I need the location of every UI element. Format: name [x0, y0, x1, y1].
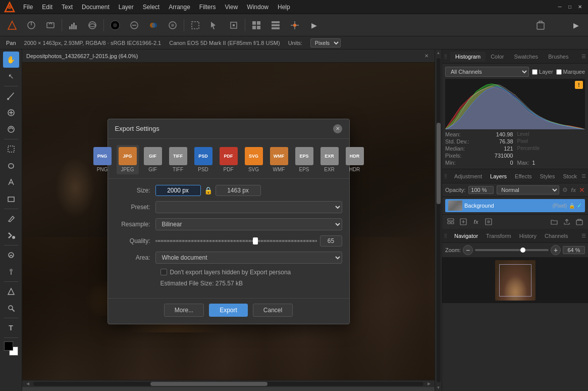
selection-button[interactable]	[186, 17, 204, 33]
layer-background[interactable]: Background (Pixel) 🔒 ✓	[445, 199, 585, 212]
layer-group-button[interactable]	[445, 216, 456, 227]
layer-settings-icon[interactable]: ⚙	[562, 186, 568, 193]
text-tool[interactable]: T	[3, 320, 19, 336]
top-panel-more[interactable]: ☰	[581, 54, 586, 59]
snapping-button[interactable]	[286, 17, 304, 33]
lock-icon[interactable]: 🔒	[204, 186, 212, 194]
close-button[interactable]: ✕	[576, 3, 584, 11]
tab-styles[interactable]: Styles	[536, 171, 559, 181]
format-wmf[interactable]: WMF WMF	[268, 145, 290, 174]
scroll-down-button[interactable]: ▼	[435, 384, 442, 391]
layout-button[interactable]	[266, 17, 285, 33]
minimize-button[interactable]: ─	[556, 3, 564, 11]
clone-tool[interactable]	[3, 121, 19, 137]
tab-stock[interactable]: Stock	[559, 171, 581, 181]
tab-transform[interactable]: Transform	[482, 231, 515, 241]
transform-button[interactable]	[225, 17, 243, 33]
format-gif[interactable]: GIF GIF	[142, 145, 164, 174]
menu-text[interactable]: Text	[58, 3, 77, 12]
levels-button[interactable]	[125, 17, 143, 33]
persona-export-button[interactable]	[41, 17, 60, 33]
shape-tool[interactable]	[3, 191, 19, 207]
tab-histogram[interactable]: Histogram	[450, 52, 486, 62]
color-balance-button[interactable]	[144, 17, 163, 33]
grid-button[interactable]	[247, 17, 265, 33]
navigator-thumbnail[interactable]	[495, 260, 536, 301]
healing-tool[interactable]	[3, 105, 19, 121]
format-tiff[interactable]: TIFF TIFF	[167, 145, 189, 174]
zoom-slider[interactable]	[475, 249, 549, 251]
layer-new-button[interactable]	[458, 216, 469, 227]
canvas-tab-close[interactable]: ✕	[422, 52, 431, 60]
pen-tool[interactable]	[3, 174, 19, 190]
zoom-minus-button[interactable]: −	[463, 245, 473, 255]
units-select[interactable]: Pixels	[310, 38, 341, 47]
tab-adjustment[interactable]: Adjustment	[450, 171, 486, 181]
opacity-input[interactable]	[468, 186, 494, 194]
maximize-button[interactable]: □	[566, 3, 574, 11]
select-tool-button[interactable]	[205, 17, 224, 33]
canvas-content[interactable]: Export Settings ✕ PNG PNG JPG JPEG	[22, 63, 435, 380]
vector-tool[interactable]	[3, 283, 19, 300]
quality-slider[interactable]	[155, 240, 317, 242]
more-button[interactable]: More...	[164, 304, 204, 317]
persona-develop-button[interactable]	[22, 17, 40, 33]
format-psd[interactable]: PSD PSD	[192, 145, 215, 174]
no-export-checkbox[interactable]	[161, 269, 167, 275]
tab-history[interactable]: History	[515, 231, 541, 241]
tab-channels[interactable]: Channels	[541, 231, 572, 241]
layer-export-button[interactable]	[561, 216, 572, 227]
layer-visible-check[interactable]: ✓	[577, 202, 582, 209]
tab-brushes[interactable]: Brushes	[543, 52, 573, 62]
more-button[interactable]: ▶	[305, 17, 323, 33]
color-swatches[interactable]	[4, 341, 18, 356]
quality-input[interactable]	[320, 235, 342, 247]
middle-panel-more[interactable]: ☰	[581, 173, 586, 179]
dodge-burn-tool[interactable]	[3, 264, 19, 280]
zoom-plus-button[interactable]: +	[551, 245, 561, 255]
format-jpeg[interactable]: JPG JPEG	[117, 145, 139, 174]
marquee-checkbox[interactable]	[556, 69, 562, 75]
histogram-button[interactable]	[64, 17, 82, 33]
layer-delete-button[interactable]	[574, 216, 585, 227]
tab-color[interactable]: Color	[486, 52, 509, 62]
menu-file[interactable]: File	[19, 3, 37, 12]
menu-select[interactable]: Select	[139, 3, 164, 12]
menu-document[interactable]: Document	[78, 3, 114, 12]
resample-select[interactable]: Bilinear Nearest Neighbour Bicubic Lancz…	[155, 218, 342, 230]
persona-photo-button[interactable]	[3, 17, 21, 33]
area-select[interactable]: Whole document Selection Current layer	[155, 252, 342, 264]
layer-mask-button[interactable]	[483, 216, 494, 227]
selection-rect-tool[interactable]	[3, 141, 19, 157]
menu-help[interactable]: Help	[274, 3, 294, 12]
layer-lock-icon[interactable]: 🔒	[569, 203, 575, 209]
delete-button[interactable]	[531, 17, 550, 33]
preset-select[interactable]	[155, 201, 342, 213]
format-png[interactable]: PNG PNG	[91, 145, 114, 174]
scroll-up-button[interactable]: ▲	[435, 50, 442, 56]
lasso-tool[interactable]	[3, 158, 19, 174]
format-svg[interactable]: SVG SVG	[243, 145, 265, 174]
export-button[interactable]: Export	[209, 304, 248, 317]
blend-mode-select[interactable]: Normal Multiply Screen Overlay	[497, 185, 559, 194]
menu-window[interactable]: Window	[243, 3, 273, 12]
menu-arrange[interactable]: Arrange	[165, 3, 194, 12]
bottom-panel-more[interactable]: ☰	[581, 233, 586, 238]
menu-layer[interactable]: Layer	[115, 3, 138, 12]
layer-checkbox[interactable]	[532, 69, 538, 75]
horizontal-scrollbar-track[interactable]	[33, 382, 423, 386]
zoom-value-input[interactable]	[563, 246, 585, 254]
scroll-right-button[interactable]: ▶	[425, 380, 433, 387]
erase-tool[interactable]	[3, 211, 19, 227]
scroll-left-button[interactable]: ◀	[24, 380, 31, 387]
fx-button[interactable]: fx	[470, 216, 482, 227]
height-input[interactable]	[216, 185, 261, 196]
channel-select[interactable]: All Channels	[445, 67, 529, 77]
view-toggle-button[interactable]	[83, 17, 101, 33]
width-input[interactable]	[155, 185, 201, 196]
tab-navigator[interactable]: Navigator	[450, 231, 482, 241]
tab-effects[interactable]: Effects	[511, 171, 536, 181]
format-eps[interactable]: EPS EPS	[293, 145, 315, 174]
dialog-close-button[interactable]: ✕	[333, 124, 342, 133]
menu-edit[interactable]: Edit	[38, 3, 57, 12]
